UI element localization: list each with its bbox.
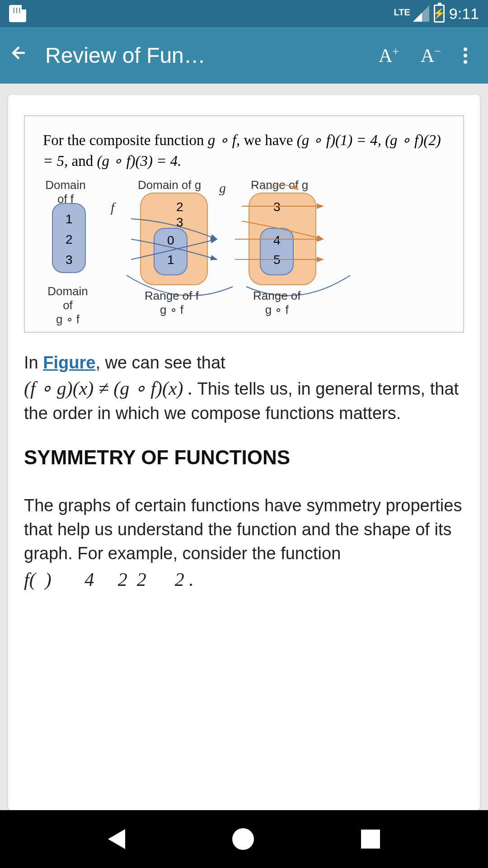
- nav-recent-button[interactable]: [361, 830, 380, 849]
- composite-function-diagram: Domain of f Domain of g g Range of g f 1…: [43, 178, 445, 323]
- figure-box: For the composite function g ∘ f, we hav…: [24, 115, 464, 333]
- sd-card-icon: [9, 5, 26, 22]
- nav-home-button[interactable]: [232, 828, 254, 850]
- signal-icon: [413, 5, 429, 22]
- section-heading-symmetry: SYMMETRY OF FUNCTIONS: [24, 446, 464, 469]
- nav-back-button[interactable]: [108, 829, 125, 849]
- lte-label: LTE: [394, 7, 410, 18]
- page-title: Review of Fun…: [45, 43, 368, 68]
- font-increase-button[interactable]: A+: [368, 45, 410, 66]
- cutoff-equation: f( ) 4 2 2 2 .: [24, 566, 464, 593]
- back-button[interactable]: [9, 43, 45, 68]
- paragraph-2: The graphs of certain functions have sym…: [24, 494, 464, 566]
- more-options-button[interactable]: [452, 47, 479, 64]
- paragraph-1: In Figure, we can see that (f ∘ g)(x) ≠ …: [24, 351, 464, 425]
- figure-caption: For the composite function g ∘ f, we hav…: [43, 130, 445, 171]
- content-area[interactable]: For the composite function g ∘ f, we hav…: [0, 84, 488, 810]
- status-bar: LTE ⚡ 9:11: [0, 0, 488, 27]
- battery-icon: ⚡: [434, 5, 445, 23]
- diagram-arrows: [43, 178, 445, 323]
- font-decrease-button[interactable]: A−: [410, 45, 452, 66]
- navigation-bar: [0, 810, 488, 868]
- content-card: For the composite function g ∘ f, we hav…: [8, 95, 480, 810]
- figure-link[interactable]: Figure: [43, 353, 95, 372]
- app-bar: Review of Fun… A+ A−: [0, 27, 488, 84]
- clock: 9:11: [449, 5, 479, 23]
